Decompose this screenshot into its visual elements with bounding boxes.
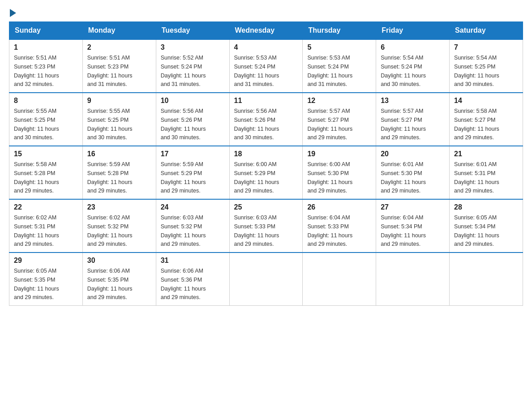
day-number: 12 [307, 97, 371, 105]
day-info: Sunrise: 5:56 AMSunset: 5:26 PMDaylight:… [234, 108, 279, 141]
day-number: 26 [307, 203, 371, 211]
calendar-cell: 28 Sunrise: 6:05 AMSunset: 5:34 PMDaylig… [450, 199, 523, 253]
calendar-cell [450, 253, 523, 306]
calendar-cell: 4 Sunrise: 5:53 AMSunset: 5:24 PMDayligh… [229, 39, 303, 93]
day-info: Sunrise: 6:04 AMSunset: 5:33 PMDaylight:… [307, 214, 352, 247]
calendar-cell: 18 Sunrise: 6:00 AMSunset: 5:29 PMDaylig… [229, 146, 303, 199]
day-number: 31 [161, 257, 225, 265]
calendar-cell: 10 Sunrise: 5:56 AMSunset: 5:26 PMDaylig… [156, 93, 229, 146]
day-number: 8 [14, 97, 78, 105]
day-info: Sunrise: 6:02 AMSunset: 5:32 PMDaylight:… [87, 214, 133, 247]
day-info: Sunrise: 6:00 AMSunset: 5:29 PMDaylight:… [234, 161, 279, 194]
calendar-cell: 16 Sunrise: 5:59 AMSunset: 5:28 PMDaylig… [82, 146, 156, 199]
day-number: 10 [161, 97, 225, 105]
calendar-cell: 20 Sunrise: 6:01 AMSunset: 5:30 PMDaylig… [376, 146, 450, 199]
calendar-week-row: 22 Sunrise: 6:02 AMSunset: 5:31 PMDaylig… [9, 199, 523, 253]
day-number: 1 [14, 43, 78, 51]
calendar-cell: 11 Sunrise: 5:56 AMSunset: 5:26 PMDaylig… [229, 93, 303, 146]
day-number: 19 [307, 150, 371, 158]
day-info: Sunrise: 5:53 AMSunset: 5:24 PMDaylight:… [234, 55, 279, 87]
day-info: Sunrise: 5:56 AMSunset: 5:26 PMDaylight:… [161, 108, 206, 141]
day-number: 23 [87, 203, 151, 211]
day-info: Sunrise: 6:05 AMSunset: 5:34 PMDaylight:… [454, 214, 499, 247]
calendar-cell: 9 Sunrise: 5:55 AMSunset: 5:25 PMDayligh… [82, 93, 156, 146]
day-info: Sunrise: 6:04 AMSunset: 5:34 PMDaylight:… [381, 214, 426, 247]
weekday-header-wednesday: Wednesday [229, 22, 303, 40]
logo-triangle-icon [10, 9, 16, 17]
day-info: Sunrise: 5:59 AMSunset: 5:28 PMDaylight:… [87, 161, 133, 194]
day-info: Sunrise: 6:01 AMSunset: 5:30 PMDaylight:… [381, 161, 426, 194]
page-header [9, 9, 523, 17]
day-info: Sunrise: 5:55 AMSunset: 5:25 PMDaylight:… [87, 108, 133, 141]
calendar-cell: 5 Sunrise: 5:53 AMSunset: 5:24 PMDayligh… [303, 39, 376, 93]
weekday-header-saturday: Saturday [450, 22, 523, 40]
calendar-cell: 12 Sunrise: 5:57 AMSunset: 5:27 PMDaylig… [303, 93, 376, 146]
calendar-cell [376, 253, 450, 306]
calendar-cell: 2 Sunrise: 5:51 AMSunset: 5:23 PMDayligh… [82, 39, 156, 93]
day-number: 24 [161, 203, 225, 211]
day-number: 30 [87, 257, 151, 265]
day-number: 3 [161, 43, 225, 51]
day-info: Sunrise: 5:55 AMSunset: 5:25 PMDaylight:… [14, 108, 59, 141]
calendar-cell [229, 253, 303, 306]
day-info: Sunrise: 6:06 AMSunset: 5:35 PMDaylight:… [87, 268, 133, 300]
calendar-cell: 24 Sunrise: 6:03 AMSunset: 5:32 PMDaylig… [156, 199, 229, 253]
day-info: Sunrise: 5:58 AMSunset: 5:27 PMDaylight:… [454, 108, 499, 141]
day-info: Sunrise: 6:03 AMSunset: 5:32 PMDaylight:… [161, 214, 206, 247]
calendar-cell: 17 Sunrise: 5:59 AMSunset: 5:29 PMDaylig… [156, 146, 229, 199]
day-info: Sunrise: 6:00 AMSunset: 5:30 PMDaylight:… [307, 161, 352, 194]
weekday-header-sunday: Sunday [9, 22, 83, 40]
day-info: Sunrise: 5:58 AMSunset: 5:28 PMDaylight:… [14, 161, 59, 194]
day-number: 28 [454, 203, 518, 211]
day-number: 21 [454, 150, 518, 158]
day-number: 6 [381, 43, 445, 51]
day-number: 4 [234, 43, 298, 51]
day-number: 5 [307, 43, 371, 51]
calendar-table: SundayMondayTuesdayWednesdayThursdayFrid… [9, 21, 523, 306]
logo [9, 9, 17, 17]
day-info: Sunrise: 5:51 AMSunset: 5:23 PMDaylight:… [14, 55, 59, 87]
day-number: 29 [14, 257, 78, 265]
calendar-cell: 31 Sunrise: 6:06 AMSunset: 5:36 PMDaylig… [156, 253, 229, 306]
day-info: Sunrise: 5:54 AMSunset: 5:25 PMDaylight:… [454, 55, 499, 87]
day-number: 13 [381, 97, 445, 105]
calendar-week-row: 15 Sunrise: 5:58 AMSunset: 5:28 PMDaylig… [9, 146, 523, 199]
calendar-week-row: 8 Sunrise: 5:55 AMSunset: 5:25 PMDayligh… [9, 93, 523, 146]
calendar-cell: 29 Sunrise: 6:05 AMSunset: 5:35 PMDaylig… [9, 253, 83, 306]
day-info: Sunrise: 5:57 AMSunset: 5:27 PMDaylight:… [381, 108, 426, 141]
calendar-cell: 23 Sunrise: 6:02 AMSunset: 5:32 PMDaylig… [82, 199, 156, 253]
calendar-header-row: SundayMondayTuesdayWednesdayThursdayFrid… [9, 22, 523, 40]
calendar-cell: 14 Sunrise: 5:58 AMSunset: 5:27 PMDaylig… [450, 93, 523, 146]
day-info: Sunrise: 5:54 AMSunset: 5:24 PMDaylight:… [381, 55, 426, 87]
day-info: Sunrise: 5:59 AMSunset: 5:29 PMDaylight:… [161, 161, 206, 194]
calendar-cell: 15 Sunrise: 5:58 AMSunset: 5:28 PMDaylig… [9, 146, 83, 199]
day-info: Sunrise: 6:03 AMSunset: 5:33 PMDaylight:… [234, 214, 279, 247]
calendar-cell: 19 Sunrise: 6:00 AMSunset: 5:30 PMDaylig… [303, 146, 376, 199]
day-info: Sunrise: 6:06 AMSunset: 5:36 PMDaylight:… [161, 268, 206, 300]
day-info: Sunrise: 5:51 AMSunset: 5:23 PMDaylight:… [87, 55, 133, 87]
weekday-header-tuesday: Tuesday [156, 22, 229, 40]
calendar-cell: 27 Sunrise: 6:04 AMSunset: 5:34 PMDaylig… [376, 199, 450, 253]
day-number: 25 [234, 203, 298, 211]
day-info: Sunrise: 6:02 AMSunset: 5:31 PMDaylight:… [14, 214, 59, 247]
calendar-cell [303, 253, 376, 306]
calendar-week-row: 29 Sunrise: 6:05 AMSunset: 5:35 PMDaylig… [9, 253, 523, 306]
day-number: 18 [234, 150, 298, 158]
day-number: 2 [87, 43, 151, 51]
day-number: 27 [381, 203, 445, 211]
calendar-cell: 26 Sunrise: 6:04 AMSunset: 5:33 PMDaylig… [303, 199, 376, 253]
day-info: Sunrise: 6:05 AMSunset: 5:35 PMDaylight:… [14, 268, 59, 300]
day-number: 20 [381, 150, 445, 158]
calendar-cell: 30 Sunrise: 6:06 AMSunset: 5:35 PMDaylig… [82, 253, 156, 306]
calendar-week-row: 1 Sunrise: 5:51 AMSunset: 5:23 PMDayligh… [9, 39, 523, 93]
day-number: 22 [14, 203, 78, 211]
day-number: 16 [87, 150, 151, 158]
day-number: 15 [14, 150, 78, 158]
calendar-cell: 7 Sunrise: 5:54 AMSunset: 5:25 PMDayligh… [450, 39, 523, 93]
calendar-cell: 21 Sunrise: 6:01 AMSunset: 5:31 PMDaylig… [450, 146, 523, 199]
day-info: Sunrise: 5:57 AMSunset: 5:27 PMDaylight:… [307, 108, 352, 141]
day-info: Sunrise: 5:52 AMSunset: 5:24 PMDaylight:… [161, 55, 206, 87]
day-info: Sunrise: 5:53 AMSunset: 5:24 PMDaylight:… [307, 55, 352, 87]
weekday-header-thursday: Thursday [303, 22, 376, 40]
calendar-cell: 22 Sunrise: 6:02 AMSunset: 5:31 PMDaylig… [9, 199, 83, 253]
